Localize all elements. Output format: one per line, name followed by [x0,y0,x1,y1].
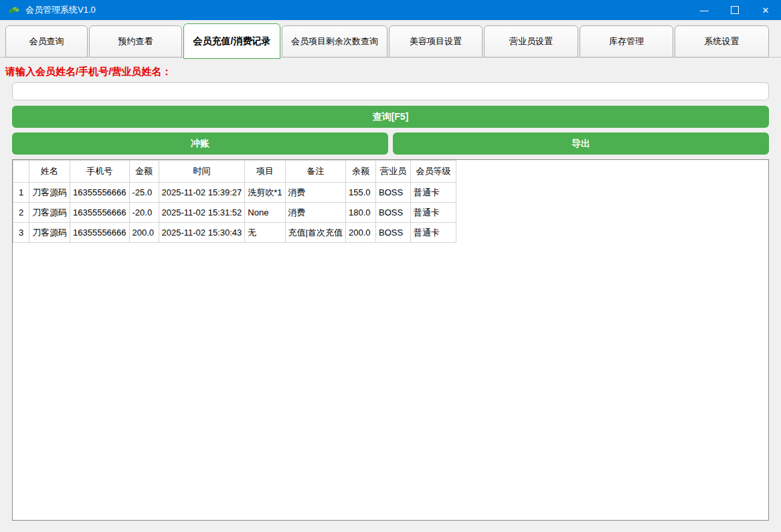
table-cell: BOSS [375,223,410,243]
table-cell: 2025-11-02 15:39:27 [159,183,245,203]
row-index-cell: 1 [13,183,29,203]
action-button-row: 冲账 导出 [12,132,769,155]
minimize-button[interactable]: — [689,0,719,20]
table-row[interactable]: 2刀客源码16355556666-20.02025-11-02 15:31:52… [13,203,456,223]
table-cell: 普通卡 [410,203,456,223]
table-cell: 180.0 [345,203,375,223]
tab-bar: 会员查询预约查看会员充值/消费记录会员项目剩余次数查询美容项目设置营业员设置库存… [0,20,781,59]
table-cell: -20.0 [129,203,159,223]
table-header-row: 姓名手机号金额时间项目备注余额营业员会员等级 [13,161,456,183]
maximize-icon [731,6,739,14]
table-row[interactable]: 3刀客源码16355556666200.02025-11-02 15:30:43… [13,223,456,243]
query-button[interactable]: 查询[F5] [12,106,769,128]
column-header: 营业员 [375,161,410,183]
records-table-container: 姓名手机号金额时间项目备注余额营业员会员等级 1刀客源码16355556666-… [12,159,769,521]
column-header: 余额 [345,161,375,183]
table-cell: 洗剪吹*1 [245,183,285,203]
column-header: 金额 [129,161,159,183]
table-cell: 刀客源码 [29,183,70,203]
table-cell: 消费 [285,183,345,203]
table-body: 1刀客源码16355556666-25.02025-11-02 15:39:27… [13,183,456,243]
table-cell: 200.0 [129,223,159,243]
records-table: 姓名手机号金额时间项目备注余额营业员会员等级 1刀客源码16355556666-… [13,160,456,243]
tab-7[interactable]: 系统设置 [675,25,769,58]
chargeback-button[interactable]: 冲账 [12,132,388,155]
tab-2[interactable]: 会员充值/消费记录 [183,23,280,59]
table-cell: 16355556666 [70,223,130,243]
search-prompt-label: 请输入会员姓名/手机号/营业员姓名： [5,66,781,78]
title-bar: 会员管理系统V1.0 — ✕ [0,0,781,20]
column-header [13,161,29,183]
table-cell: 155.0 [345,183,375,203]
tab-0[interactable]: 会员查询 [5,25,88,58]
table-cell: 刀客源码 [29,223,70,243]
row-index-cell: 2 [13,203,29,223]
column-header: 会员等级 [410,161,456,183]
table-cell: 200.0 [345,223,375,243]
tab-4[interactable]: 美容项目设置 [389,25,483,58]
table-cell: 普通卡 [410,223,456,243]
tab-3[interactable]: 会员项目剩余次数查询 [282,25,387,58]
close-button[interactable]: ✕ [750,0,781,20]
table-cell: -25.0 [129,183,159,203]
window-title: 会员管理系统V1.0 [25,4,689,16]
table-cell: 充值|首次充值 [285,223,345,243]
column-header: 备注 [285,161,345,183]
tab-6[interactable]: 库存管理 [580,25,673,58]
table-cell: BOSS [375,183,410,203]
table-cell: 刀客源码 [29,203,70,223]
maximize-button[interactable] [719,0,750,20]
table-cell: 2025-11-02 15:30:43 [159,223,245,243]
column-header: 时间 [159,161,245,183]
row-index-cell: 3 [13,223,29,243]
table-cell: BOSS [375,203,410,223]
column-header: 姓名 [29,161,70,183]
table-cell: 2025-11-02 15:31:52 [159,203,245,223]
column-header: 项目 [245,161,285,183]
table-cell: 16355556666 [70,203,130,223]
table-cell: None [245,203,285,223]
column-header: 手机号 [70,161,130,183]
window-controls: — ✕ [689,0,781,20]
table-cell: 16355556666 [70,183,130,203]
table-row[interactable]: 1刀客源码16355556666-25.02025-11-02 15:39:27… [13,183,456,203]
app-icon [8,4,20,16]
table-cell: 普通卡 [410,183,456,203]
export-button[interactable]: 导出 [393,132,769,155]
table-cell: 无 [245,223,285,243]
tab-1[interactable]: 预约查看 [89,25,182,58]
table-cell: 消费 [285,203,345,223]
search-input[interactable] [12,82,769,100]
tab-5[interactable]: 营业员设置 [484,25,578,58]
